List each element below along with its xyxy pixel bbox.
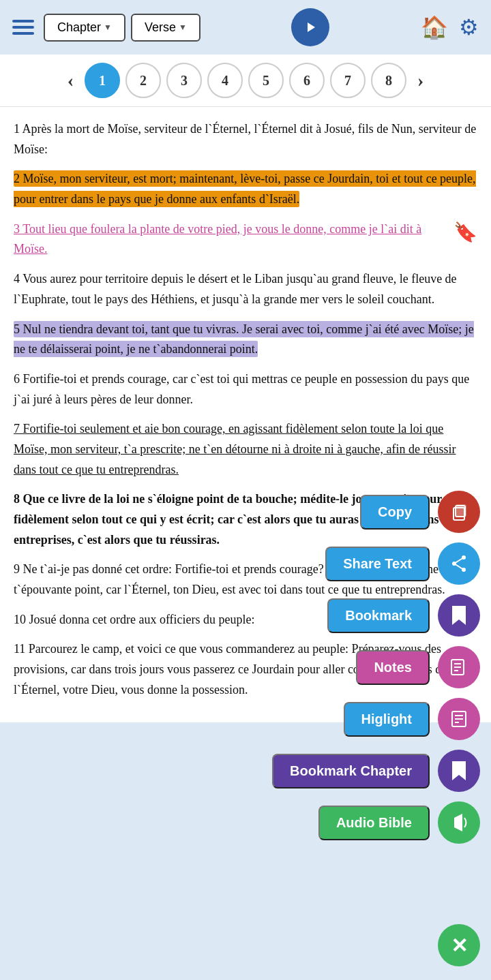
- play-button[interactable]: [291, 8, 329, 46]
- svg-marker-0: [308, 22, 315, 32]
- context-menu-overlay: Copy Share Text Bookmark: [246, 491, 491, 844]
- chapter-8[interactable]: 8: [371, 63, 406, 98]
- header-left: Chapter ▼ Verse ▼: [12, 14, 200, 42]
- hamburger-icon[interactable]: [12, 20, 34, 35]
- share-circle-icon[interactable]: [438, 542, 480, 585]
- verse-3-text: 3 Tout lieu que foulera la plante de vot…: [14, 222, 421, 256]
- verse-1: 1 Après la mort de Moïse, serviteur de l…: [14, 119, 477, 159]
- share-button[interactable]: Share Text: [325, 547, 430, 581]
- notes-button[interactable]: Notes: [356, 650, 430, 685]
- verse-4: 4 Vous aurez pour territoire depuis le d…: [14, 269, 477, 309]
- bookmark-flag-3[interactable]: 🔖: [453, 217, 477, 248]
- bookmark-button[interactable]: Bookmark: [327, 598, 430, 633]
- chapter-4[interactable]: 4: [207, 63, 243, 98]
- chapter-nav: ‹ 1 2 3 4 5 6 7 8 ›: [0, 55, 491, 107]
- verse-2-text: 2 Moïse, mon serviteur, est mort; mainte…: [14, 170, 476, 207]
- bookmark-chapter-menu-row: Bookmark Chapter: [272, 750, 480, 792]
- verse-5: 5 Nul ne tiendra devant toi, tant que tu…: [14, 320, 477, 360]
- next-chapter-arrow[interactable]: ›: [412, 70, 429, 91]
- verse-5-text: 5 Nul ne tiendra devant toi, tant que tu…: [14, 321, 474, 358]
- verse-10-text: 10 Josué donna cet ordre aux officiers d…: [14, 613, 255, 626]
- bookmark-menu-row: Bookmark: [327, 594, 480, 637]
- verse-6-text: 6 Fortifie-toi et prends courage, car c`…: [14, 372, 469, 406]
- chapter-3[interactable]: 3: [166, 63, 202, 98]
- verse-label: Verse: [145, 20, 176, 35]
- close-icon: ✕: [451, 934, 468, 958]
- copy-circle-icon[interactable]: [438, 491, 480, 533]
- highlight-circle-icon[interactable]: [438, 698, 480, 740]
- close-menu-button[interactable]: ✕: [438, 924, 480, 966]
- prev-chapter-arrow[interactable]: ‹: [62, 70, 79, 91]
- audio-bible-button[interactable]: Audio Bible: [318, 806, 430, 840]
- home-icon[interactable]: 🏠: [421, 14, 448, 40]
- highlight-button[interactable]: Higlight: [344, 702, 430, 737]
- verse-4-text: 4 Vous aurez pour territoire depuis le d…: [14, 272, 457, 306]
- verse-button[interactable]: Verse ▼: [131, 14, 200, 42]
- notes-circle-icon[interactable]: [438, 646, 480, 688]
- bookmark-circle-icon[interactable]: [438, 594, 480, 637]
- chapter-1[interactable]: 1: [85, 63, 120, 98]
- verse-3: 🔖 3 Tout lieu que foulera la plante de v…: [14, 219, 477, 260]
- chapter-label: Chapter: [57, 20, 101, 35]
- chapter-5[interactable]: 5: [248, 63, 284, 98]
- copy-menu-row: Copy: [360, 491, 480, 533]
- bookmark-chapter-button[interactable]: Bookmark Chapter: [272, 754, 430, 788]
- chapter-2[interactable]: 2: [125, 63, 161, 98]
- audio-bible-circle-icon[interactable]: [438, 801, 480, 844]
- chapter-6[interactable]: 6: [289, 63, 325, 98]
- verse-1-text: 1 Après la mort de Moïse, serviteur de l…: [14, 122, 476, 156]
- audio-bible-menu-row: Audio Bible: [318, 801, 480, 844]
- header-right: 🏠 ⚙: [421, 14, 479, 40]
- verse-7-text: 7 Fortifie-toi seulement et aie bon cour…: [14, 422, 456, 476]
- chapter-button[interactable]: Chapter ▼: [44, 14, 125, 42]
- verse-chevron: ▼: [179, 22, 187, 32]
- chapter-7[interactable]: 7: [330, 63, 366, 98]
- settings-icon[interactable]: ⚙: [459, 14, 479, 40]
- verse-6: 6 Fortifie-toi et prends courage, car c`…: [14, 369, 477, 410]
- header: Chapter ▼ Verse ▼ 🏠 ⚙: [0, 0, 491, 55]
- bookmark-chapter-circle-icon[interactable]: [438, 750, 480, 792]
- share-menu-row: Share Text: [325, 542, 480, 585]
- verse-7: 7 Fortifie-toi seulement et aie bon cour…: [14, 419, 477, 480]
- highlight-menu-row: Higlight: [344, 698, 480, 740]
- verse-2: 2 Moïse, mon serviteur, est mort; mainte…: [14, 169, 477, 209]
- svg-line-8: [454, 564, 464, 570]
- nav-buttons: Chapter ▼ Verse ▼: [44, 14, 200, 42]
- chapter-chevron: ▼: [104, 22, 112, 32]
- notes-menu-row: Notes: [356, 646, 480, 688]
- copy-button[interactable]: Copy: [360, 495, 430, 530]
- svg-line-7: [454, 557, 464, 564]
